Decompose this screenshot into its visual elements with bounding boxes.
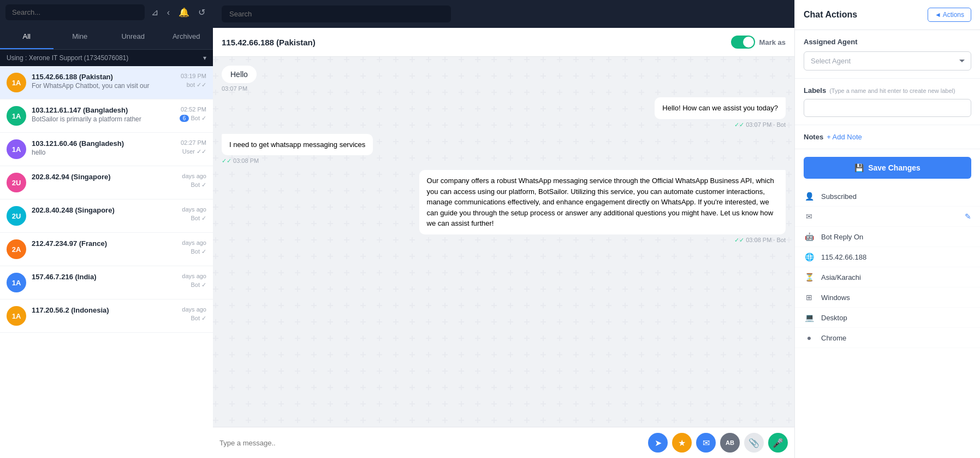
chat-header	[213, 0, 794, 28]
tab-archived[interactable]: Archived	[160, 25, 213, 49]
input-area: ➤ ★ ✉ AB 📎 🎤	[213, 427, 794, 458]
status-toggle[interactable]	[731, 36, 755, 49]
message-bubble: I need to get whatsapp messaging service…	[222, 134, 786, 165]
chat-time: days ago	[182, 173, 206, 179]
chat-preview: BotSailor is primarily a platform rather	[32, 115, 174, 123]
filter-icon[interactable]: ⊿	[149, 5, 161, 20]
add-note-link[interactable]: + Add Note	[827, 133, 862, 141]
star-button[interactable]: ★	[672, 433, 692, 453]
back-icon[interactable]: ‹	[165, 5, 172, 20]
chat-info: 157.46.7.216 (India)	[32, 273, 176, 282]
chat-time: days ago	[182, 206, 206, 213]
bot-reply-text: Bot Reply On	[821, 233, 863, 241]
tabs-row: All Mine Unread Archived	[0, 25, 213, 50]
msg-time: ✓✓ 03:08 PM · Bot	[734, 237, 786, 244]
avatar: 1A	[7, 139, 26, 159]
chat-meta: days ago Bot ✓	[182, 173, 206, 189]
message-bubble: Hello 03:07 PM	[222, 66, 786, 92]
ip-icon: 🌐	[804, 253, 815, 261]
list-item[interactable]: 2U 202.8.40.248 (Singapore) days ago Bot…	[0, 199, 213, 233]
edit-email-icon[interactable]: ✎	[965, 212, 971, 221]
avatar: 1A	[7, 273, 26, 292]
chat-contact-name: 115.42.66.188 (Pakistan)	[222, 38, 316, 47]
list-item[interactable]: 1A 103.121.60.46 (Bangladesh) hello 02:2…	[0, 133, 213, 166]
chat-meta: days ago Bot ✓	[182, 206, 206, 222]
windows-icon: ⊞	[804, 293, 815, 302]
save-label: Save Changes	[868, 163, 920, 172]
chat-list: 1A 115.42.66.188 (Pakistan) For WhatsApp…	[0, 66, 213, 458]
info-row-device: 💻 Desktop	[795, 308, 980, 328]
list-item[interactable]: 1A 103.121.61.147 (Bangladesh) BotSailor…	[0, 99, 213, 133]
right-panel-title: Chat Actions	[804, 10, 857, 20]
chat-info: 115.42.66.188 (Pakistan) For WhatsApp Ch…	[32, 73, 175, 90]
avatar: 1A	[7, 306, 26, 326]
attach-button[interactable]: 📎	[744, 433, 764, 453]
timezone-text: Asia/Karachi	[821, 273, 861, 281]
chat-time: 03:19 PM	[181, 73, 206, 79]
msg-text: Hello! How can we assist you today?	[655, 97, 786, 119]
left-panel: ⊿ ‹ 🔔 ↺ All Mine Unread Archived Using :…	[0, 0, 213, 458]
info-row-windows: ⊞ Windows	[795, 287, 980, 308]
chat-time: 02:52 PM	[181, 106, 206, 113]
chat-meta: days ago Bot ✓	[182, 306, 206, 322]
messages-area: Hello 03:07 PMHello! How can we assist y…	[213, 57, 794, 427]
info-rows-container: 👤 Subscribed ✉ ✎ 🤖 Bot Reply On 🌐 115.42…	[795, 186, 980, 348]
avatar: 2U	[7, 173, 26, 192]
inbox-selector[interactable]: Using : Xerone IT Support (17345076081) …	[0, 50, 213, 66]
mic-button[interactable]: 🎤	[768, 433, 788, 453]
chat-source: User ✓✓	[182, 148, 206, 155]
mail-button[interactable]: ✉	[696, 433, 716, 453]
message-bubble: Our company offers a robust WhatsApp mes…	[222, 170, 786, 244]
info-row-timezone: ⏳ Asia/Karachi	[795, 267, 980, 287]
save-icon: 💾	[854, 163, 864, 172]
ab-button[interactable]: AB	[720, 433, 740, 453]
hello-bubble: Hello	[222, 66, 257, 83]
chat-source: Bot ✓	[191, 248, 206, 255]
browser-icon: ●	[804, 333, 815, 342]
chat-time: 02:27 PM	[181, 139, 206, 146]
list-item[interactable]: 1A 115.42.66.188 (Pakistan) For WhatsApp…	[0, 66, 213, 99]
info-row-email: ✉ ✎	[795, 207, 980, 227]
assigned-agent-label: Assigned Agent	[804, 38, 971, 46]
chat-meta: days ago Bot ✓	[182, 273, 206, 289]
list-item[interactable]: 2U 202.8.42.94 (Singapore) days ago Bot …	[0, 166, 213, 199]
agent-select[interactable]: Select Agent	[804, 51, 971, 71]
msg-time: ✓✓ 03:08 PM	[222, 157, 259, 165]
tab-all[interactable]: All	[0, 25, 54, 49]
search-input-left[interactable]	[5, 4, 145, 20]
chat-name: 103.121.61.147 (Bangladesh)	[32, 106, 174, 114]
bot-reply-icon: 🤖	[804, 232, 815, 241]
dropdown-icon: ▾	[203, 54, 206, 62]
chat-info: 103.121.61.147 (Bangladesh) BotSailor is…	[32, 106, 174, 123]
avatar: 1A	[7, 106, 26, 126]
avatar: 2A	[7, 239, 26, 259]
chat-name: 202.8.42.94 (Singapore)	[32, 173, 176, 181]
labels-input[interactable]	[804, 99, 971, 117]
chat-time: days ago	[182, 306, 206, 313]
bell-icon[interactable]: 🔔	[176, 5, 192, 20]
middle-panel: 115.42.66.188 (Pakistan) Mark as Hello 0…	[213, 0, 794, 458]
refresh-icon[interactable]: ↺	[196, 5, 207, 20]
message-input[interactable]	[219, 439, 644, 447]
save-changes-button[interactable]: 💾 Save Changes	[804, 157, 971, 179]
search-input-mid[interactable]	[222, 5, 451, 22]
chat-source: Bot ✓	[191, 281, 206, 289]
toggle-wrap: Mark as	[731, 36, 786, 49]
msg-text: I need to get whatsapp messaging service…	[222, 134, 373, 156]
tab-unread[interactable]: Unread	[106, 25, 160, 49]
chat-name: 212.47.234.97 (France)	[32, 239, 176, 248]
tab-mine[interactable]: Mine	[54, 25, 107, 49]
send-button[interactable]: ➤	[648, 433, 668, 453]
list-item[interactable]: 2A 212.47.234.97 (France) days ago Bot ✓	[0, 233, 213, 266]
list-item[interactable]: 1A 117.20.56.2 (Indonesia) days ago Bot …	[0, 300, 213, 333]
timezone-icon: ⏳	[804, 273, 815, 281]
inbox-label: Using : Xerone IT Support (17345076081)	[7, 54, 128, 62]
list-item[interactable]: 1A 157.46.7.216 (India) days ago Bot ✓	[0, 266, 213, 300]
avatar: 2U	[7, 206, 26, 226]
msg-time: ✓✓ 03:07 PM · Bot	[734, 121, 786, 128]
actions-button[interactable]: ◄ Actions	[928, 8, 971, 22]
chat-source: bot ✓✓	[187, 81, 206, 89]
info-row-bot-reply: 🤖 Bot Reply On	[795, 227, 980, 247]
chat-time: days ago	[182, 239, 206, 246]
toggle-knob	[743, 37, 754, 48]
